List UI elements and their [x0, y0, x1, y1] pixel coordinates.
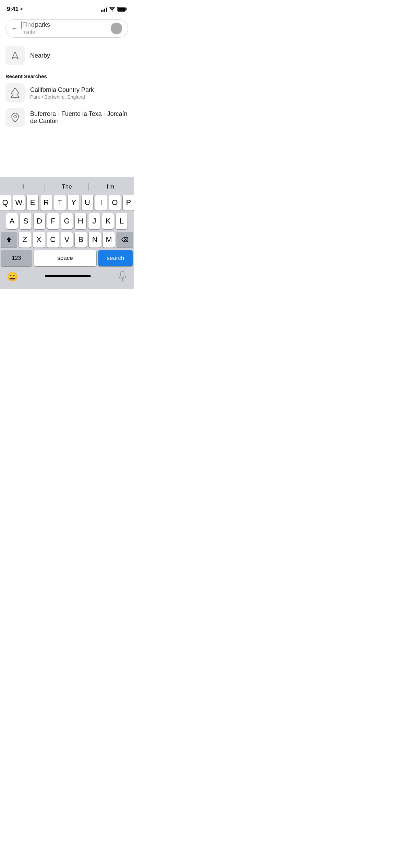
key-i[interactable]: I — [95, 195, 107, 210]
recent-item-2-text: Buferrera - Fuente la Texa - Jorcaín de … — [30, 110, 128, 125]
key-a[interactable]: A — [6, 213, 18, 229]
numbers-key[interactable]: 123 — [1, 250, 32, 266]
autocomplete-row: I The I'm — [0, 180, 134, 194]
key-g[interactable]: G — [61, 213, 73, 229]
location-icon-box — [5, 108, 25, 127]
key-j[interactable]: J — [88, 213, 100, 229]
signal-icon — [101, 7, 107, 12]
search-input-wrapper[interactable]: Find parks trails — [21, 21, 107, 36]
recent-searches-title: Recent Searches — [5, 73, 128, 79]
navigation-icon — [11, 51, 20, 60]
svg-rect-1 — [126, 8, 127, 10]
key-m[interactable]: M — [103, 232, 115, 248]
key-b[interactable]: B — [75, 232, 87, 248]
shift-key[interactable] — [1, 232, 17, 248]
recent-item-1-text: California Country Park Park • Berkshire… — [30, 86, 94, 100]
battery-icon — [117, 7, 127, 12]
key-l[interactable]: L — [116, 213, 127, 229]
svg-point-4 — [14, 115, 16, 118]
bottom-row: 123 space search — [0, 250, 134, 266]
key-h[interactable]: H — [75, 213, 86, 229]
shift-icon — [5, 236, 12, 243]
key-n[interactable]: N — [89, 232, 101, 248]
key-u[interactable]: U — [82, 195, 93, 210]
pin-icon — [11, 112, 19, 123]
key-row-3: Z X C V B N M — [1, 232, 133, 248]
delete-key[interactable] — [117, 232, 133, 248]
key-row-1: Q W E R T Y U I O P — [1, 195, 133, 210]
key-k[interactable]: K — [102, 213, 114, 229]
search-find-text: Find — [22, 21, 34, 28]
emoji-mic-row: 😀 — [0, 268, 134, 289]
key-q[interactable]: Q — [0, 195, 11, 210]
search-key[interactable]: search — [98, 250, 133, 266]
key-x[interactable]: X — [33, 232, 45, 248]
svg-rect-7 — [121, 271, 124, 277]
nearby-item[interactable]: Nearby — [5, 46, 128, 65]
search-placeholder: trails — [21, 29, 107, 36]
status-icons — [101, 7, 127, 12]
key-v[interactable]: V — [61, 232, 73, 248]
autocomplete-word-3[interactable]: I'm — [89, 182, 132, 192]
wifi-icon — [109, 7, 115, 12]
backspace-icon — [121, 237, 129, 242]
svg-rect-2 — [118, 8, 125, 11]
key-e[interactable]: E — [27, 195, 38, 210]
recent-item-1-subtitle: Park • Berkshire, England — [30, 94, 94, 100]
key-o[interactable]: O — [109, 195, 121, 210]
key-z[interactable]: Z — [19, 232, 31, 248]
nearby-section: Nearby — [0, 43, 134, 71]
nearby-label: Nearby — [30, 52, 50, 59]
microphone-icon[interactable] — [118, 271, 127, 282]
key-row-2: A S D F G H J K L — [1, 213, 133, 229]
recent-searches-section: Recent Searches California Country Park … — [0, 71, 134, 135]
keys-wrapper: Q W E R T Y U I O P A S D F G H J K L — [0, 195, 134, 248]
park-icon-box — [5, 83, 25, 103]
recent-item-1-name: California Country Park — [30, 86, 94, 94]
space-key[interactable]: space — [34, 250, 96, 266]
search-parks-text: parks — [35, 21, 50, 28]
emoji-key[interactable]: 😀 — [7, 272, 18, 282]
key-f[interactable]: F — [47, 213, 59, 229]
tree-icon — [10, 87, 20, 99]
recent-item-1[interactable]: California Country Park Park • Berkshire… — [5, 83, 128, 103]
recent-item-2-name: Buferrera - Fuente la Texa - Jorcaín de … — [30, 110, 128, 125]
key-p[interactable]: P — [123, 195, 134, 210]
keyboard: I The I'm Q W E R T Y U I O P A S D F G … — [0, 177, 134, 289]
key-s[interactable]: S — [20, 213, 32, 229]
home-indicator — [45, 275, 91, 277]
key-d[interactable]: D — [34, 213, 45, 229]
status-bar: 9:41 — [0, 0, 134, 16]
nearby-icon-box — [5, 46, 25, 65]
back-button[interactable]: ← — [11, 25, 17, 32]
key-r[interactable]: R — [40, 195, 52, 210]
location-arrow-icon — [20, 7, 23, 12]
autocomplete-word-1[interactable]: I — [1, 182, 45, 192]
recent-item-2[interactable]: Buferrera - Fuente la Texa - Jorcaín de … — [5, 108, 128, 127]
key-w[interactable]: W — [13, 195, 25, 210]
text-cursor — [21, 21, 22, 29]
key-t[interactable]: T — [54, 195, 66, 210]
autocomplete-word-2[interactable]: The — [45, 182, 88, 192]
status-time: 9:41 — [7, 6, 23, 13]
time-label: 9:41 — [7, 6, 19, 13]
voice-button[interactable] — [111, 23, 122, 34]
key-y[interactable]: Y — [68, 195, 80, 210]
search-bar[interactable]: ← Find parks trails — [5, 19, 128, 38]
search-container: ← Find parks trails — [0, 16, 134, 43]
key-c[interactable]: C — [47, 232, 59, 248]
